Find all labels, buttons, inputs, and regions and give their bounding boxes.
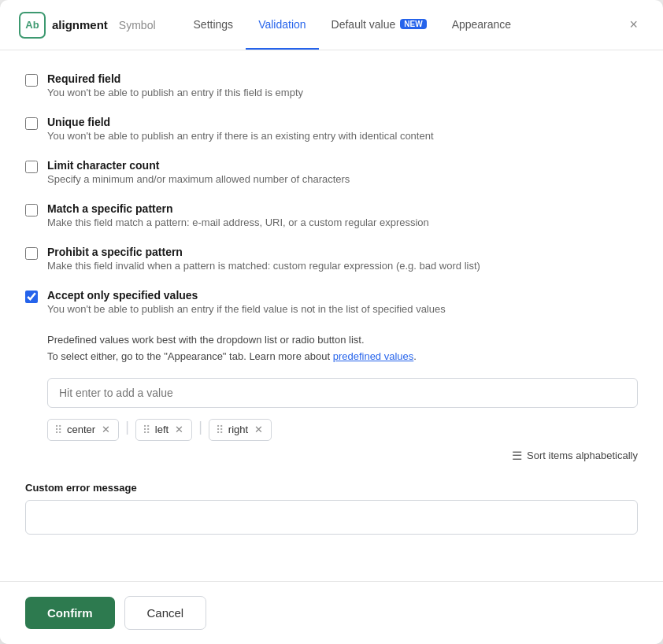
option-prohibit-pattern-desc: Make this field invalid when a pattern i… (47, 260, 480, 272)
option-match-pattern: Match a specific pattern Make this field… (25, 202, 638, 228)
option-prohibit-pattern: Prohibit a specific pattern Make this fi… (25, 246, 638, 272)
checkbox-required[interactable] (25, 74, 38, 87)
checkbox-prohibit-pattern[interactable] (25, 247, 38, 260)
header-subtitle: Symbol (119, 19, 156, 31)
option-match-pattern-label: Match a specific pattern (47, 202, 429, 215)
option-unique: Unique field You won't be able to publis… (25, 116, 638, 142)
cancel-button[interactable]: Cancel (124, 596, 207, 630)
tab-appearance[interactable]: Appearance (439, 0, 524, 50)
option-unique-desc: You won't be able to publish an entry if… (47, 130, 434, 142)
checkbox-limit-chars[interactable] (25, 161, 38, 173)
tag-label-left: left (155, 424, 169, 435)
value-tags-container: ⠿ center ✕ | ⠿ left ✕ | ⠿ right ✕ (47, 419, 638, 441)
tag-left: ⠿ left ✕ (135, 419, 192, 441)
drag-handle-icon[interactable]: ⠿ (54, 424, 62, 436)
checkbox-match-pattern[interactable] (25, 204, 38, 217)
drag-handle-icon[interactable]: ⠿ (143, 424, 150, 436)
tag-right: ⠿ right ✕ (209, 419, 272, 441)
remove-tag-center[interactable]: ✕ (100, 424, 112, 435)
tag-label-center: center (67, 424, 95, 435)
header-logo: Ab alignment Symbol (19, 12, 156, 39)
option-accept-specified-label: Accept only specified values (47, 289, 446, 302)
custom-error-input[interactable] (25, 500, 638, 535)
sort-row: ☰ Sort items alphabetically (47, 449, 638, 463)
checkbox-unique[interactable] (25, 117, 38, 130)
divider: | (198, 419, 202, 441)
option-required: Required field You won't be able to publ… (25, 72, 638, 98)
modal-dialog: Ab alignment Symbol Settings Validation … (0, 0, 663, 644)
option-unique-label: Unique field (47, 116, 434, 128)
checkbox-accept-specified[interactable] (25, 291, 38, 303)
option-accept-specified-desc: You won't be able to publish an entry if… (47, 303, 446, 315)
remove-tag-right[interactable]: ✕ (253, 424, 265, 435)
modal-body: Required field You won't be able to publ… (0, 50, 663, 581)
value-input[interactable] (47, 378, 638, 408)
close-button[interactable]: × (623, 13, 644, 36)
predefined-note: Predefined values work best with the dro… (47, 332, 638, 365)
tag-center: ⠿ center ✕ (47, 419, 119, 441)
option-accept-specified: Accept only specified values You won't b… (25, 289, 638, 315)
option-limit-chars-label: Limit character count (47, 159, 350, 172)
custom-error-section: Custom error message (25, 482, 638, 535)
option-limit-chars-desc: Specify a minimum and/or maximum allowed… (47, 173, 350, 185)
tab-settings[interactable]: Settings (181, 0, 246, 50)
predefined-values-link[interactable]: predefined values (333, 350, 414, 362)
new-badge: NEW (400, 19, 426, 29)
divider: | (125, 419, 129, 441)
header-title: alignment (52, 18, 108, 31)
modal-footer: Confirm Cancel (0, 581, 663, 644)
option-limit-chars: Limit character count Specify a minimum … (25, 159, 638, 185)
option-match-pattern-desc: Make this field match a pattern: e-mail … (47, 217, 429, 228)
confirm-button[interactable]: Confirm (25, 597, 115, 629)
tab-default-value[interactable]: Default value NEW (319, 0, 439, 50)
option-required-desc: You won't be able to publish an entry if… (47, 87, 303, 98)
sort-alphabetically-button[interactable]: ☰ Sort items alphabetically (512, 449, 638, 463)
tab-validation[interactable]: Validation (246, 0, 318, 50)
option-prohibit-pattern-label: Prohibit a specific pattern (47, 246, 480, 258)
custom-error-label: Custom error message (25, 482, 638, 494)
tab-bar: Settings Validation Default value NEW Ap… (181, 0, 624, 50)
sort-button-label: Sort items alphabetically (527, 450, 638, 461)
sort-icon: ☰ (512, 449, 522, 463)
drag-handle-icon[interactable]: ⠿ (216, 424, 224, 436)
option-required-label: Required field (47, 72, 303, 85)
modal-header: Ab alignment Symbol Settings Validation … (0, 0, 663, 50)
logo-badge: Ab (19, 12, 46, 39)
remove-tag-left[interactable]: ✕ (173, 424, 185, 435)
tag-label-right: right (228, 424, 248, 435)
value-input-wrapper (47, 378, 638, 408)
